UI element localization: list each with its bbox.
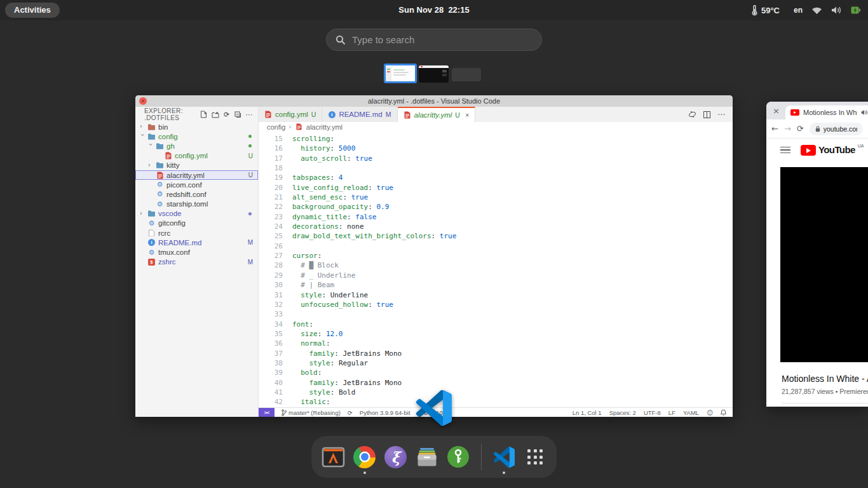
tree-item-starship-toml[interactable]: ›⚙starship.toml: [135, 200, 258, 209]
dock-app-emacs[interactable]: ξ: [384, 445, 407, 469]
tab-close-icon[interactable]: ×: [465, 111, 469, 119]
cursor-position[interactable]: Ln 1, Col 1: [573, 409, 602, 416]
git-branch-status[interactable]: master* (Rebasing): [281, 409, 341, 416]
youtube-logo[interactable]: YouTube UA: [801, 144, 864, 156]
workspace-thumbnail-active[interactable]: [384, 64, 417, 83]
app-grid-icon: [527, 449, 543, 464]
system-indicators[interactable]: 59°C en: [752, 0, 860, 20]
running-indicator: [363, 471, 366, 474]
code-line: 34font:: [259, 320, 733, 329]
chevron-icon: ›: [140, 123, 145, 130]
refresh-icon[interactable]: ⟳: [224, 111, 230, 119]
tree-item-tmux-conf[interactable]: ›⚙tmux.conf: [135, 247, 258, 257]
tab-audio-icon[interactable]: [861, 109, 868, 116]
tab-close-icon[interactable]: ×: [773, 106, 780, 116]
vscode-icon: [494, 447, 515, 468]
code-line: 30 # | Beam: [259, 280, 733, 290]
video-meta: 21,287,857 views • Premiered Dec: [782, 388, 868, 395]
remote-indicator[interactable]: ><: [259, 408, 275, 417]
chrome-window[interactable]: × Motionless In White - / ← → ⟳ youtube.…: [766, 102, 868, 407]
code-line: 41 style: Bold: [259, 388, 733, 397]
activities-button[interactable]: Activities: [5, 3, 60, 18]
dock-app-grid[interactable]: [524, 445, 546, 469]
tree-item-gh[interactable]: ›gh: [135, 141, 258, 151]
code-editor[interactable]: 15scrolling:16 history: 500017 auto_scro…: [259, 132, 733, 407]
indentation[interactable]: Spaces: 2: [609, 409, 636, 416]
tree-item-picom-conf[interactable]: ›⚙picom.conf: [135, 180, 258, 189]
new-file-icon[interactable]: [200, 111, 207, 118]
more-actions-icon[interactable]: ⋯: [717, 110, 725, 119]
tree-item-gitconfig[interactable]: ›⚙gitconfig: [135, 219, 258, 228]
open-changes-icon[interactable]: [688, 111, 696, 118]
keyboard-layout-value: en: [794, 6, 803, 15]
wifi-indicator[interactable]: [811, 6, 822, 15]
split-editor-icon[interactable]: [703, 111, 710, 118]
battery-indicator[interactable]: [851, 6, 860, 14]
more-actions-icon[interactable]: ⋯: [246, 111, 253, 119]
workspace-thumbnail-youtube[interactable]: [419, 65, 449, 83]
code-line: 26: [259, 241, 733, 251]
breadcrumb-file[interactable]: alacritty.yml: [306, 123, 342, 131]
yaml-icon: [403, 111, 411, 119]
search-input[interactable]: [352, 34, 532, 45]
dock-app-chrome[interactable]: [353, 445, 376, 469]
code-line: 17 auto_scroll: true: [259, 154, 733, 163]
status-bar: >< master* (Rebasing) ⟳ Python 3.9.9 64-…: [259, 407, 733, 417]
dock-app-alacritty[interactable]: [322, 445, 345, 469]
breadcrumb[interactable]: config › alacritty.yml: [259, 122, 733, 132]
video-player[interactable]: [780, 167, 868, 362]
tree-item-config[interactable]: ›config: [135, 132, 258, 141]
dock-app-keepassxc[interactable]: [447, 445, 470, 469]
branch-icon: [281, 409, 287, 416]
language-mode[interactable]: YAML: [683, 409, 699, 416]
hamburger-menu-icon[interactable]: [780, 145, 790, 156]
tree-item-zshrc[interactable]: ›$zshrcM: [135, 257, 258, 267]
dock-app-files[interactable]: [416, 445, 438, 469]
git-status-badge: U: [248, 152, 253, 159]
keyboard-layout-indicator[interactable]: en: [794, 6, 803, 15]
encoding[interactable]: UTF-8: [644, 409, 661, 416]
volume-indicator[interactable]: [831, 6, 842, 15]
tree-item-config-yml[interactable]: ›config.ymlU: [135, 151, 258, 161]
vscode-window[interactable]: × alacritty.yml - .dotfiles - Visual Stu…: [135, 95, 733, 417]
back-icon[interactable]: ←: [771, 124, 778, 133]
feedback-smiley-icon[interactable]: ☺: [707, 409, 713, 416]
notifications-bell-icon[interactable]: [721, 409, 726, 416]
speaker-icon: [831, 6, 842, 15]
tree-item-alacritty-yml[interactable]: ›alacritty.ymlU: [135, 170, 258, 180]
editor-tab-config-yml[interactable]: config.ymlU: [259, 107, 322, 122]
video-title: Motionless In White - Anot: [782, 374, 868, 384]
tree-item-redshift-conf[interactable]: ›⚙redshift.conf: [135, 189, 258, 199]
tree-item-bin[interactable]: ›bin: [135, 122, 258, 132]
dock-app-vscode[interactable]: [493, 445, 516, 469]
window-close-button[interactable]: ×: [139, 97, 147, 105]
clock[interactable]: Sun Nov 28 22:15: [398, 0, 469, 20]
new-folder-icon[interactable]: [212, 111, 219, 118]
git-status-badge: U: [248, 172, 253, 179]
breadcrumb-folder[interactable]: config: [267, 123, 285, 131]
address-bar[interactable]: youtube.com/wa: [810, 123, 863, 135]
code-line: 18: [259, 163, 733, 173]
chrome-icon: [353, 446, 376, 468]
sync-icon[interactable]: ⟳: [348, 409, 353, 416]
tree-item-rcrc[interactable]: ›rcrc: [135, 228, 258, 238]
shell-icon: $: [147, 259, 156, 266]
tree-item-kitty[interactable]: ›kitty: [135, 161, 258, 170]
eol-sequence[interactable]: LF: [668, 409, 675, 416]
tree-item-vscode[interactable]: ›vscode: [135, 209, 258, 219]
browser-tab[interactable]: Motionless In White - /: [785, 105, 868, 119]
vscode-titlebar[interactable]: × alacritty.yml - .dotfiles - Visual Stu…: [135, 95, 733, 107]
editor-tab-readme-md[interactable]: iREADME.mdM: [322, 107, 397, 122]
reload-icon[interactable]: ⟳: [797, 124, 804, 133]
tree-item-readme-md[interactable]: ›iREADME.mdM: [135, 238, 258, 247]
temperature-indicator[interactable]: 59°C: [752, 5, 780, 16]
wifi-icon: [811, 6, 822, 15]
code-line: 31 style: Underline: [259, 290, 733, 300]
forward-icon[interactable]: →: [784, 124, 791, 133]
python-version[interactable]: Python 3.9.9 64-bit: [360, 409, 410, 416]
editor-tab-alacritty-yml[interactable]: alacritty.ymlU×: [398, 107, 476, 122]
workspace-thumbnail-new[interactable]: [452, 68, 481, 81]
overview-search[interactable]: [326, 29, 542, 51]
collapse-folders-icon[interactable]: [234, 111, 241, 118]
vscode-window-app-icon[interactable]: [416, 390, 452, 426]
